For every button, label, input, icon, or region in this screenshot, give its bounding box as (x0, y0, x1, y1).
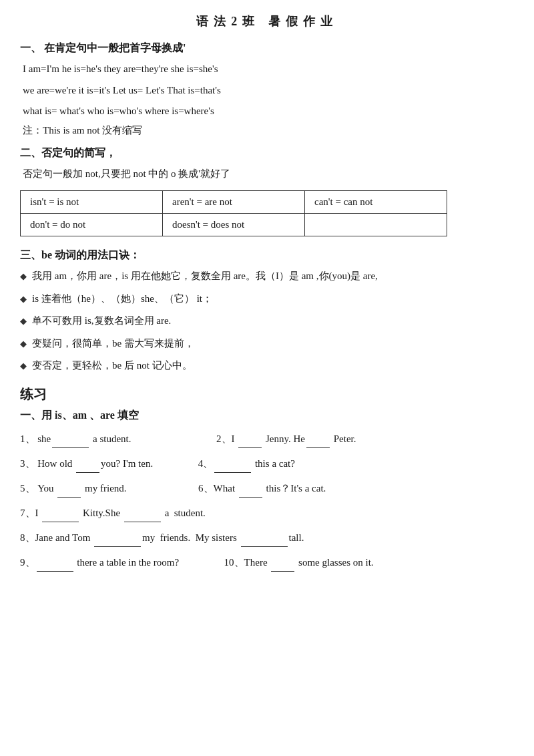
exercise-2: 3、 How old you? I'm ten. 4、 this a cat? (20, 454, 514, 473)
blank-1c (306, 429, 330, 448)
ex6-right: 10、There some glasses on it. (224, 557, 374, 568)
ex3-left: 5、 You my friend. (20, 483, 127, 494)
table-cell-row1-col2: aren't = are not (163, 191, 305, 214)
blank-4b (124, 504, 161, 522)
bullet-item-5: ◆ 变否定，更轻松，be 后 not 记心中。 (20, 357, 514, 375)
bullet-diamond-5: ◆ (20, 359, 27, 373)
bullet-diamond-1: ◆ (20, 269, 27, 284)
blank-6b (271, 553, 294, 572)
blank-3a (57, 479, 81, 498)
section1-line3: what is= what's who is=who's where is=wh… (20, 103, 514, 120)
bullet-text-1: 我用 am，你用 are，is 用在他她它，复数全用 are。我（I）是 am … (32, 268, 378, 285)
ex3-right: 6、What this？It's a cat. (198, 483, 326, 494)
bullet-diamond-3: ◆ (20, 314, 27, 329)
blank-2b (214, 454, 251, 473)
bullet-text-4: 变疑问，很简单，be 需大写来提前， (32, 335, 194, 353)
bullet-text-2: is 连着他（he）、（她）she、（它） it； (32, 291, 212, 308)
bullet-item-3: ◆ 单不可数用 is,复数名词全用 are. (20, 313, 514, 330)
blank-5b (241, 528, 288, 547)
table-cell-row2-col1: don't = do not (21, 214, 163, 236)
table-cell-row1-col3: can't = can not (305, 191, 447, 214)
contraction-table: isn't = is not aren't = are not can't = … (20, 190, 447, 236)
table-cell-row2-col3 (305, 214, 447, 236)
section2-heading: 二、否定句的简写， (20, 146, 514, 160)
blank-1b (238, 429, 262, 448)
section1-heading: 一、 在肯定句中一般把首字母换成' (20, 41, 514, 55)
ex2-left: 3、 How old you? I'm ten. (20, 458, 153, 469)
ex2-right: 4、 this a cat? (198, 458, 295, 469)
blank-2a (76, 454, 99, 473)
page-title: 语法2班 暑假作业 (20, 13, 514, 29)
bullet-diamond-2: ◆ (20, 292, 27, 307)
exercise-6: 9、 there a table in the room? 10、There s… (20, 553, 514, 572)
practice-sub1: 一、用 is、am 、are 填空 (20, 409, 514, 423)
bullet-item-4: ◆ 变疑问，很简单，be 需大写来提前， (20, 335, 514, 353)
ex1-right: 2、I Jenny. He Peter. (216, 433, 356, 444)
bullet-text-5: 变否定，更轻松，be 后 not 记心中。 (32, 357, 192, 375)
practice-heading: 练习 (20, 385, 514, 403)
bullet-text-3: 单不可数用 is,复数名词全用 are. (32, 313, 171, 330)
table-cell-row1-col1: isn't = is not (21, 191, 163, 214)
section1-line1: I am=I'm he is=he's they are=they're she… (20, 61, 514, 78)
blank-5a (94, 528, 141, 547)
bullet-item-1: ◆ 我用 am，你用 are，is 用在他她它，复数全用 are。我（I）是 a… (20, 268, 514, 285)
ex1-left: 1、 she a student. (20, 433, 131, 444)
table-cell-row2-col2: doesn't = does not (163, 214, 305, 236)
section1-line2: we are=we're it is=it's Let us= Let's Th… (20, 82, 514, 100)
bullet-section: ◆ 我用 am，你用 are，is 用在他她它，复数全用 are。我（I）是 a… (20, 268, 514, 375)
blank-6a (37, 553, 73, 572)
exercise-3: 5、 You my friend. 6、What this？It's a cat… (20, 479, 514, 498)
section3-heading: 三、be 动词的用法口诀： (20, 248, 514, 262)
ex6-left: 9、 there a table in the room? (20, 557, 179, 568)
bullet-diamond-4: ◆ (20, 337, 27, 351)
blank-4a (42, 504, 79, 522)
exercise-4: 7、I Kitty.She a student. (20, 504, 514, 522)
section1-note: 注：This is am not 没有缩写 (20, 124, 514, 137)
blank-1a (52, 429, 89, 448)
section2-subtext: 否定句一般加 not,只要把 not 中的 o 换成'就好了 (20, 166, 514, 183)
blank-3b (239, 479, 262, 498)
exercise-1: 1、 she a student. 2、I Jenny. He Peter. (20, 429, 514, 448)
bullet-item-2: ◆ is 连着他（he）、（她）she、（它） it； (20, 291, 514, 308)
exercise-5: 8、Jane and Tom my friends. My sisters ta… (20, 528, 514, 547)
